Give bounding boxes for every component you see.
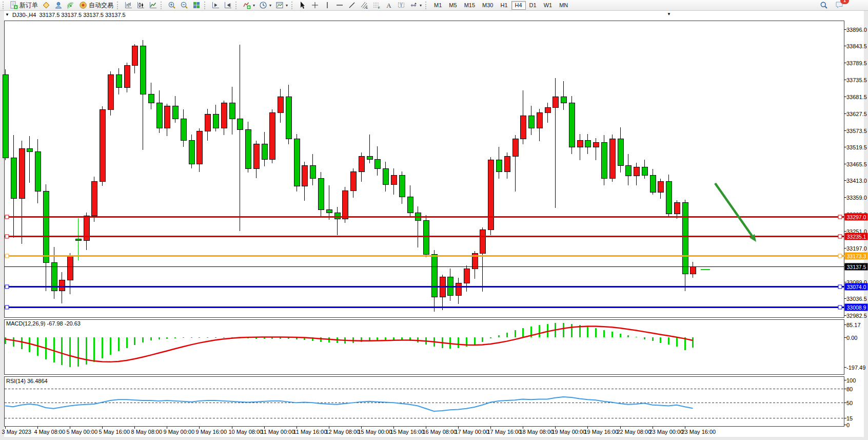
chart-bars-button[interactable] xyxy=(122,1,134,10)
shapes-icon xyxy=(409,1,418,9)
autotrading-button[interactable]: 自动交易 xyxy=(77,1,115,10)
mql5-community-button[interactable] xyxy=(52,1,65,10)
chart-candles-icon xyxy=(136,1,145,9)
chart-line-button[interactable] xyxy=(147,1,159,10)
search-button[interactable] xyxy=(818,1,830,10)
chart-candles-icon xyxy=(136,1,145,9)
timeframe-m30-button[interactable]: M30 xyxy=(479,1,497,10)
candle-body xyxy=(464,269,469,283)
dropdown-caret-icon[interactable]: ▾ xyxy=(269,3,271,8)
timeframe-h1-button[interactable]: H1 xyxy=(497,1,511,10)
chart-autoscroll-button[interactable] xyxy=(222,1,234,10)
trendline-button[interactable] xyxy=(346,1,358,10)
text-label-button[interactable]: T xyxy=(395,1,407,10)
candle-body xyxy=(59,280,65,291)
timeframe-mn-button[interactable]: MN xyxy=(556,1,571,10)
candle-body xyxy=(488,160,494,229)
candle-body xyxy=(318,178,324,209)
indicators-button[interactable]: ▾ xyxy=(241,1,257,10)
time-axis-label: 10 May 08:00 xyxy=(229,429,263,435)
hline-handle[interactable] xyxy=(5,235,9,238)
price-axis-tick: 33627.5 xyxy=(846,111,867,117)
pane-border xyxy=(5,377,844,427)
svg-text:A: A xyxy=(386,2,391,9)
text-icon: A xyxy=(385,1,393,9)
hline-handle[interactable] xyxy=(838,254,842,258)
dropdown-caret-icon[interactable]: ▾ xyxy=(420,3,422,8)
hline-icon xyxy=(336,1,344,9)
chart-canvas[interactable]: 33896.033843.533789.533735.533681.533627… xyxy=(0,11,868,440)
crosshair-button[interactable] xyxy=(309,1,321,10)
trendline-icon xyxy=(348,1,356,9)
candle-body xyxy=(359,156,364,171)
templates-icon xyxy=(275,1,284,9)
timeframe-h4-button[interactable]: H4 xyxy=(511,1,526,10)
zoom-out-icon xyxy=(180,1,188,9)
new-order-button[interactable]: 新订单 xyxy=(8,1,40,10)
hline-handle[interactable] xyxy=(838,305,842,309)
hline-handle[interactable] xyxy=(5,305,9,309)
rsi-axis-tick: 100 xyxy=(846,377,856,384)
rsi-axis-tick: 15 xyxy=(846,415,853,422)
candle-body xyxy=(67,257,73,280)
timeframe-w1-button[interactable]: W1 xyxy=(540,1,556,10)
hline-handle[interactable] xyxy=(5,285,9,289)
candle-body xyxy=(569,103,575,147)
macd-signal-line xyxy=(5,327,693,362)
new-order-icon xyxy=(10,1,18,9)
notification-badge: 1 xyxy=(840,0,849,4)
price-axis-tick: 33789.5 xyxy=(846,60,867,66)
price-axis-tick: 33036.5 xyxy=(846,296,867,302)
hline-handle[interactable] xyxy=(838,215,842,219)
candle-body xyxy=(407,197,413,213)
hline-handle[interactable] xyxy=(5,215,9,219)
timeframe-m5-button[interactable]: M5 xyxy=(445,1,460,10)
equidistant-channel-button[interactable]: E xyxy=(358,1,370,10)
candle-body xyxy=(504,156,510,171)
hline-handle[interactable] xyxy=(838,235,842,238)
trend-arrow[interactable] xyxy=(715,183,752,236)
fibonacci-button[interactable]: F xyxy=(370,1,383,10)
hline-handle[interactable] xyxy=(838,285,842,289)
toolbar-right-group: 1 xyxy=(818,0,845,11)
dropdown-caret-icon[interactable]: ▾ xyxy=(286,3,288,8)
chart-candles-button[interactable] xyxy=(134,1,147,10)
toolbar-grip xyxy=(425,2,428,9)
market-watch-button[interactable] xyxy=(40,1,52,10)
zoom-out-button[interactable] xyxy=(178,1,190,10)
timeframe-m1-button[interactable]: M1 xyxy=(430,1,445,10)
arrows-button[interactable]: ▾ xyxy=(407,1,424,10)
candle-body xyxy=(682,202,688,274)
toolbar: 新订单自动交易▾▾▾EFAT▾M1M5M15M30H1H4D1W1MN1 xyxy=(0,0,868,11)
candle-body xyxy=(634,167,639,176)
time-axis-label: 23 May 16:00 xyxy=(682,429,716,435)
candle-body xyxy=(196,131,202,164)
price-axis-tick: 33197.0 xyxy=(846,245,867,252)
zoom-in-button[interactable] xyxy=(166,1,178,10)
price-axis-tick: 33681.5 xyxy=(846,94,867,100)
toolbar-grip xyxy=(235,2,239,9)
periods-button[interactable]: ▾ xyxy=(257,1,273,10)
cursor-button[interactable] xyxy=(297,1,309,10)
candle-body xyxy=(423,220,429,254)
time-axis-label: 15 May 00:00 xyxy=(358,429,392,435)
vline-icon xyxy=(323,1,331,9)
text-button[interactable]: A xyxy=(383,1,395,10)
time-axis-label: 22 May 08:00 xyxy=(617,429,652,435)
timeframe-d1-button[interactable]: D1 xyxy=(526,1,540,10)
price-axis-tick: 33359.0 xyxy=(846,195,867,201)
candle-body xyxy=(334,213,340,219)
price-tag-label: 33235.1 xyxy=(847,234,866,240)
signals-button[interactable] xyxy=(65,1,77,10)
tile-windows-button[interactable] xyxy=(190,1,203,10)
timeframe-m15-button[interactable]: M15 xyxy=(461,1,479,10)
chart-bars-icon xyxy=(124,1,132,9)
candle-body xyxy=(140,46,146,94)
dropdown-caret-icon[interactable]: ▾ xyxy=(253,3,255,8)
candle-body xyxy=(431,254,437,297)
templates-button[interactable]: ▾ xyxy=(273,1,290,10)
vertical-line-button[interactable] xyxy=(321,1,333,10)
horizontal-line-button[interactable] xyxy=(333,1,346,10)
hline-handle[interactable] xyxy=(5,254,9,258)
chart-shift-button[interactable] xyxy=(209,1,222,10)
